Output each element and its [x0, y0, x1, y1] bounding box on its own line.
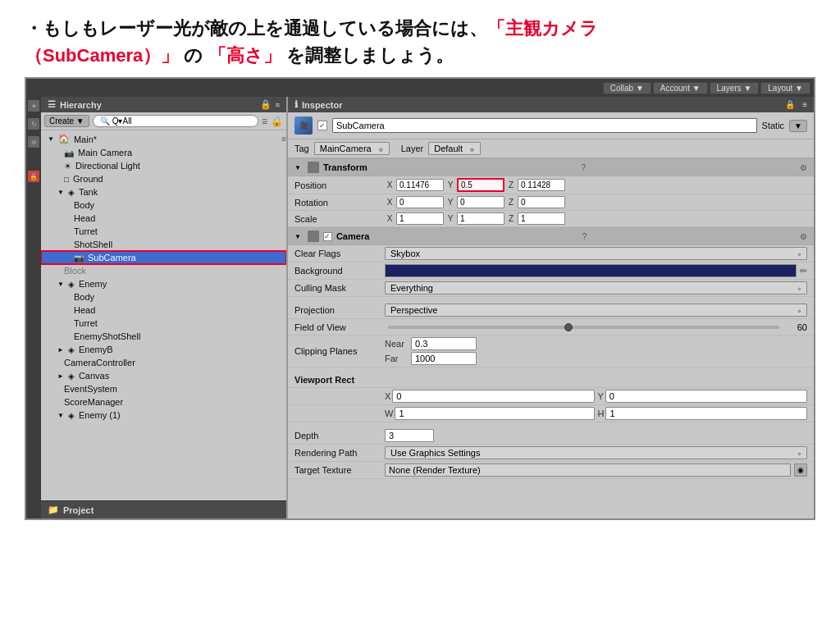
rendering-path-dropdown[interactable]: Use Graphics Settings ⬦ [385, 446, 807, 459]
scale-y-field[interactable] [457, 212, 504, 225]
hierarchy-item-enemy-shotshell[interactable]: EnemyShotShell [41, 330, 286, 343]
far-row: Far [385, 352, 477, 365]
light-icon: ☀ [64, 162, 71, 171]
hierarchy-item-enemy1[interactable]: ▼ ◈ Enemy (1) [41, 409, 286, 422]
layer-dropdown[interactable]: Default ⬦ [428, 142, 481, 155]
background-color-swatch[interactable] [385, 264, 797, 277]
hierarchy-item-head[interactable]: Head [41, 212, 286, 225]
rot-x-field[interactable] [396, 196, 444, 208]
clear-flags-dropdown[interactable]: Skybox ⬦ [385, 247, 807, 260]
hierarchy-item-enemy-turret[interactable]: Turret [41, 317, 286, 330]
collab-button[interactable]: Collab ▼ [603, 82, 651, 94]
item-label-dir-light: Directional Light [75, 161, 140, 171]
project-label: Project [63, 505, 94, 515]
pos-y-field[interactable] [457, 178, 504, 192]
viewport-x-key: X [385, 391, 390, 401]
item-label-subcamera: SubCamera [88, 253, 136, 262]
scale-x-field[interactable] [396, 212, 444, 225]
account-button[interactable]: Account ▼ [653, 82, 708, 94]
hierarchy-item-event-system[interactable]: EventSystem [41, 382, 286, 395]
viewport-rect-label: Viewport Rect [288, 372, 814, 388]
hierarchy-item-main-camera[interactable]: 📷 Main Camera [41, 146, 286, 159]
sidebar-icon-scale[interactable]: ⊕ [28, 136, 39, 148]
culling-mask-arrow: ⬦ [797, 285, 801, 292]
go-name-field[interactable] [332, 118, 757, 133]
hierarchy-create-button[interactable]: Create ▼ [44, 115, 89, 127]
near-field[interactable] [411, 337, 477, 350]
transform-gear-icon[interactable]: ⚙ [800, 163, 807, 172]
item-label-ground: Ground [73, 174, 103, 184]
hierarchy-lock2-icon[interactable]: 🔒 [271, 116, 283, 127]
item-label-camera-controller: CameraController [64, 358, 135, 368]
hierarchy-item-enemyb[interactable]: ► ◈ EnemyB [41, 343, 286, 356]
hierarchy-item-main[interactable]: ▼ 🏠 Main* ≡ [41, 132, 286, 146]
pos-x-field[interactable] [396, 179, 444, 191]
sidebar-icon-move[interactable]: ✦ [28, 100, 39, 112]
hierarchy-item-shotshell[interactable]: ShotShell [41, 238, 286, 251]
sidebar-icon-rotate[interactable]: ↻ [28, 118, 39, 130]
collab-label: Collab ▼ [610, 84, 644, 93]
hierarchy-item-ground[interactable]: □ Ground [41, 172, 286, 185]
hierarchy-item-score-manager[interactable]: ScoreManager [41, 395, 286, 409]
hierarchy-item-canvas[interactable]: ► ◈ Canvas [41, 369, 286, 382]
viewport-x-field[interactable] [392, 390, 594, 403]
scale-z-field[interactable] [518, 212, 565, 225]
hierarchy-item-camera-controller[interactable]: CameraController [41, 356, 286, 369]
target-texture-select-btn[interactable]: ◉ [794, 463, 807, 477]
viewport-h-field[interactable] [605, 407, 807, 420]
hierarchy-options-icon[interactable]: ≡ [262, 116, 267, 127]
transform-doc-icon[interactable]: ? [582, 163, 587, 172]
hierarchy-menu-icon[interactable]: ≡ [276, 101, 280, 109]
rotation-row: Rotation X Y Z [288, 194, 814, 211]
hierarchy-item-enemy-body[interactable]: Body [41, 290, 286, 304]
scale-y-label: Y [445, 214, 455, 223]
viewport-y-field[interactable] [605, 390, 807, 403]
hierarchy-item-turret[interactable]: Turret [41, 225, 286, 238]
pos-z-field[interactable] [518, 179, 565, 191]
viewport-y-item: Y [598, 390, 808, 403]
layout-button[interactable]: Layout ▼ [760, 82, 810, 94]
clear-flags-value: Skybox [390, 249, 420, 258]
arrow-enemy1: ▼ [57, 412, 64, 419]
camera-gear-icon[interactable]: ⚙ [800, 232, 807, 241]
layers-button[interactable]: Layers ▼ [710, 82, 760, 94]
inspector-lock-icon[interactable]: 🔒 [785, 100, 795, 109]
item-label-body: Body [74, 200, 94, 210]
viewport-w-field[interactable] [395, 407, 594, 420]
hierarchy-search-box[interactable]: 🔍 Q▾All [93, 115, 258, 127]
project-bar[interactable]: 📁 Project [41, 500, 286, 518]
camera-component-header[interactable]: ▼ ✓ Camera ? ⚙ [288, 227, 814, 245]
item-label-enemy-shotshell: EnemyShotShell [74, 331, 140, 341]
rendering-path-arrow: ⬦ [797, 450, 801, 457]
culling-mask-dropdown[interactable]: Everything ⬦ [385, 281, 807, 294]
transform-component-header[interactable]: ▼ Transform ? ⚙ [288, 158, 814, 176]
hierarchy-item-tank[interactable]: ▼ ◈ Tank [41, 185, 286, 199]
inspector-title: Inspector [302, 100, 343, 110]
hierarchy-item-block[interactable]: Block [41, 264, 286, 277]
depth-field[interactable] [385, 429, 434, 442]
tag-dropdown[interactable]: MainCamera ⬦ [314, 142, 390, 155]
background-pencil-icon[interactable]: ✏ [800, 266, 807, 276]
hierarchy-item-enemy[interactable]: ▼ ◈ Enemy [41, 277, 286, 290]
hierarchy-item-body[interactable]: Body [41, 199, 286, 212]
far-field[interactable] [411, 352, 477, 365]
hierarchy-item-enemy-head[interactable]: Head [41, 304, 286, 317]
hierarchy-item-dir-light[interactable]: ☀ Directional Light [41, 159, 286, 172]
fov-slider[interactable] [388, 326, 779, 329]
projection-row: Projection Perspective ⬦ [288, 302, 814, 319]
depth-row: Depth [288, 427, 814, 445]
background-row: Background ✏ [288, 262, 814, 280]
sidebar-icon-lock[interactable]: 🔒 [28, 171, 39, 182]
camera-doc-icon[interactable]: ? [582, 232, 587, 241]
camera-enable-checkbox[interactable]: ✓ [323, 232, 332, 241]
rot-y-field[interactable] [457, 196, 504, 208]
inspector-menu-icon[interactable]: ≡ [802, 100, 807, 109]
static-dropdown[interactable]: ▼ [789, 120, 807, 132]
hierarchy-lock-icon[interactable]: 🔒 [260, 99, 272, 110]
projection-dropdown[interactable]: Perspective ⬦ [385, 304, 807, 317]
go-active-checkbox[interactable]: ✓ [317, 121, 327, 130]
target-texture-value: None (Render Texture) [385, 463, 791, 477]
rot-z-field[interactable] [518, 196, 565, 208]
hierarchy-item-subcamera[interactable]: 📷 SubCamera [41, 251, 286, 264]
target-texture-controls: None (Render Texture) ◉ [385, 463, 807, 477]
